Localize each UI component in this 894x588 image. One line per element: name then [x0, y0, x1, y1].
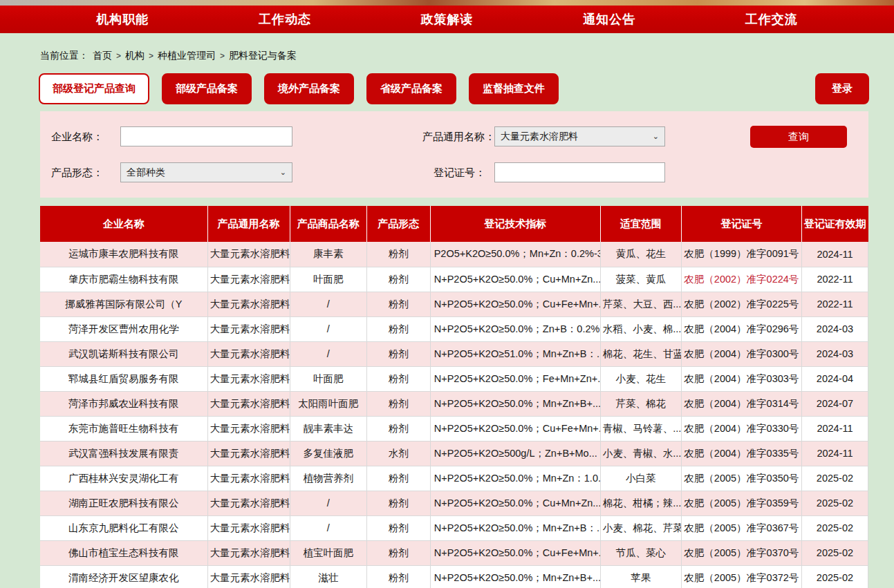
cell-generic: 大量元素水溶肥料: [207, 491, 290, 515]
header-suitable-scope: 适宜范围: [600, 206, 681, 242]
cell-cert[interactable]: 农肥（2004）准字0330号: [681, 416, 801, 441]
cell-cert[interactable]: 农肥（2005）准字0350号: [681, 466, 801, 491]
generic-name-selected-value: 大量元素水溶肥料: [501, 131, 578, 143]
cell-cert[interactable]: 农肥（2004）准字0314号: [681, 391, 801, 416]
cell-generic: 大量元素水溶肥料: [207, 441, 290, 466]
header-cert-validity: 登记证有效期: [801, 206, 868, 242]
cell-generic: 大量元素水溶肥料: [207, 540, 290, 565]
header-company-name: 企业名称: [40, 206, 207, 242]
cell-scope: 小麦、青椒、水...: [600, 441, 681, 466]
query-button[interactable]: 查询: [750, 126, 847, 148]
top-navigation: 机构职能 工作动态 政策解读 通知公告 工作交流: [0, 6, 894, 33]
header-generic-name: 产品通用名称: [207, 206, 290, 242]
cert-no-input[interactable]: [494, 162, 665, 182]
product-form-select[interactable]: 全部种类 ⌄: [120, 162, 292, 182]
generic-name-select[interactable]: 大量元素水溶肥料 ⌄: [494, 126, 665, 146]
table-row[interactable]: 运城市康丰农肥科技有限大量元素水溶肥料康丰素粉剂P2O5+K2O≥50.0%；M…: [40, 242, 868, 267]
nav-item-policy-interpretation[interactable]: 政策解读: [420, 11, 473, 28]
cell-indicator: N+P2O5+K2O≥50.0%；Mn+Zn+B：...: [430, 515, 600, 540]
cell-cert[interactable]: 农肥（2004）准字0300号: [681, 341, 801, 366]
company-name-input[interactable]: [120, 126, 292, 146]
cell-expiry: 2024-04: [801, 366, 868, 391]
cell-generic: 大量元素水溶肥料: [207, 416, 290, 441]
table-row[interactable]: 郓城县红盾贸易服务有限大量元素水溶肥料叶面肥粉剂N+P2O5+K2O≥50.0%…: [40, 366, 868, 391]
table-row[interactable]: 佛山市植宝生态科技有限大量元素水溶肥料植宝叶面肥粉剂N+P2O5+K2O≥50.…: [40, 540, 868, 565]
table-row[interactable]: 菏泽市邦威农业科技有限大量元素水溶肥料太阳雨叶面肥粉剂N+P2O5+K2O≥50…: [40, 391, 868, 416]
tab-ministry-registered-product-query[interactable]: 部级登记产品查询: [39, 73, 149, 104]
cell-scope: 小白菜: [600, 466, 681, 491]
table-row[interactable]: 武汉富强科技发展有限责大量元素水溶肥料多复佳液肥水剂N+P2O5+K2O≥500…: [40, 441, 868, 466]
cell-product: /: [290, 292, 366, 316]
breadcrumb-link-agency[interactable]: 机构: [125, 50, 145, 62]
table-row[interactable]: 挪威雅苒国际有限公司（Y大量元素水溶肥料/粉剂N+P2O5+K2O≥50.0%；…: [40, 292, 868, 316]
nav-item-work-updates[interactable]: 工作动态: [259, 11, 311, 28]
cell-expiry: 2025-02: [801, 540, 868, 565]
cell-company: 湖南正旺农肥科技有限公: [40, 491, 207, 515]
cell-expiry: 2025-02: [801, 565, 868, 588]
table-row[interactable]: 湖南正旺农肥科技有限公大量元素水溶肥料/粉剂N+P2O5+K2O≥50.0%；C…: [40, 491, 868, 515]
nav-item-notices[interactable]: 通知公告: [583, 11, 635, 28]
cell-expiry: 2025-02: [801, 466, 868, 491]
table-row[interactable]: 武汉凯诺斯科技有限公司大量元素水溶肥料/粉剂N+P2O5+K2O≥51.0%；M…: [40, 341, 868, 366]
cell-scope: 芹菜、棉花: [600, 391, 681, 416]
chevron-down-icon: ⌄: [280, 168, 286, 177]
cell-indicator: N+P2O5+K2O≥50.0%；Cu+Fe+Mn+...: [430, 540, 600, 565]
breadcrumb-label: 当前位置：: [40, 50, 89, 62]
cell-cert[interactable]: 农肥（2005）准字0367号: [681, 515, 801, 540]
cell-expiry: 2024-11: [801, 416, 868, 441]
cell-product: 叶面肥: [290, 267, 366, 292]
cell-indicator: N+P2O5+K2O≥500g/L；Zn+B+Mo...: [430, 441, 600, 466]
cell-cert[interactable]: 农肥（2004）准字0296号: [681, 316, 801, 341]
cell-company: 肇庆市肥霸生物科技有限: [40, 267, 207, 292]
cell-cert[interactable]: 农肥（2002）准字0224号: [681, 267, 801, 292]
cell-scope: 棉花、柑橘；辣...: [600, 491, 681, 515]
product-form-selected-value: 全部种类: [127, 167, 165, 179]
cell-expiry: 2024-11: [801, 242, 868, 267]
cell-cert[interactable]: 农肥（2004）准字0303号: [681, 366, 801, 391]
cell-cert[interactable]: 农肥（2005）准字0372号: [681, 565, 801, 588]
cell-cert[interactable]: 农肥（2005）准字0359号: [681, 491, 801, 515]
cell-product: /: [290, 491, 366, 515]
breadcrumb-link-home[interactable]: 首页: [93, 50, 112, 62]
breadcrumb-link-planting-dept[interactable]: 种植业管理司: [158, 50, 216, 62]
table-row[interactable]: 广西桂林兴安灵湖化工有大量元素水溶肥料植物营养剂粉剂N+P2O5+K2O≥50.…: [40, 466, 868, 491]
tab-overseas-product-filing[interactable]: 境外产品备案: [264, 73, 354, 104]
cell-product: 康丰素: [290, 242, 366, 267]
cell-scope: 芹菜、大豆、西...: [600, 292, 681, 316]
cell-expiry: 2024-11: [801, 441, 868, 466]
tab-provincial-product-filing[interactable]: 省级产品备案: [366, 73, 456, 104]
breadcrumb-link-fertilizer-registration[interactable]: 肥料登记与备案: [229, 50, 297, 62]
table-row[interactable]: 东莞市施普旺生物科技有大量元素水溶肥料靓丰素丰达粉剂N+P2O5+K2O≥50.…: [40, 416, 868, 441]
nav-item-agency-functions[interactable]: 机构职能: [96, 11, 149, 28]
table-row[interactable]: 肇庆市肥霸生物科技有限大量元素水溶肥料叶面肥粉剂N+P2O5+K2O≥50.0%…: [40, 267, 868, 292]
login-button[interactable]: 登录: [815, 73, 869, 104]
cell-cert[interactable]: 农肥（1999）准字0091号: [681, 242, 801, 267]
cell-cert[interactable]: 农肥（2004）准字0335号: [681, 441, 801, 466]
cell-form: 粉剂: [366, 292, 430, 316]
table-row[interactable]: 渭南经济开发区望康农化大量元素水溶肥料滋壮粉剂N+P2O5+K2O≥50.0%；…: [40, 565, 868, 588]
cell-cert[interactable]: 农肥（2005）准字0370号: [681, 540, 801, 565]
breadcrumb-separator: >: [116, 51, 121, 61]
cell-company: 山东京九肥料化工有限公: [40, 515, 207, 540]
cell-company: 武汉凯诺斯科技有限公司: [40, 341, 207, 366]
cell-generic: 大量元素水溶肥料: [207, 565, 290, 588]
tab-supervision-sampling-documents[interactable]: 监督抽查文件: [469, 73, 559, 104]
cell-company: 东莞市施普旺生物科技有: [40, 416, 207, 441]
table-row[interactable]: 山东京九肥料化工有限公大量元素水溶肥料/粉剂N+P2O5+K2O≥50.0%；M…: [40, 515, 868, 540]
registration-results-table: 企业名称 产品通用名称 产品商品名称 产品形态 登记技术指标 适宜范围 登记证号…: [40, 206, 868, 588]
tab-ministry-product-filing[interactable]: 部级产品备案: [162, 73, 252, 104]
table-row[interactable]: 菏泽开发区曹州农用化学大量元素水溶肥料/粉剂N+P2O5+K2O≥50.0%；Z…: [40, 316, 868, 341]
cell-form: 水剂: [366, 441, 430, 466]
cell-form: 粉剂: [366, 565, 430, 588]
cell-indicator: N+P2O5+K2O≥50.0%；Cu+Mn+Zn...: [430, 491, 600, 515]
cell-cert[interactable]: 农肥（2002）准字0225号: [681, 292, 801, 316]
tab-row: 部级登记产品查询 部级产品备案 境外产品备案 省级产品备案 监督抽查文件 登录: [39, 73, 869, 104]
search-form-panel: 企业名称： 产品通用名称： 大量元素水溶肥料 ⌄ 查询 产品形态： 全部种类 ⌄…: [40, 111, 868, 198]
cell-form: 粉剂: [366, 242, 430, 267]
cell-expiry: 2022-11: [801, 292, 868, 316]
cell-form: 粉剂: [366, 491, 430, 515]
cell-expiry: 2025-02: [801, 491, 868, 515]
nav-item-work-exchange[interactable]: 工作交流: [745, 11, 798, 28]
cell-product: 太阳雨叶面肥: [290, 391, 366, 416]
cell-product: 植宝叶面肥: [290, 540, 366, 565]
